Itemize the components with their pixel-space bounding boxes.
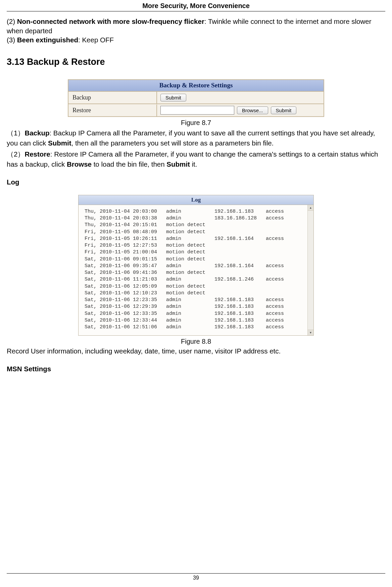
restore-row-label: Restore — [68, 104, 157, 116]
restore-browse-button[interactable]: Browse... — [237, 107, 268, 114]
item3-bold: Been extinguished — [17, 36, 78, 44]
p2-pre: （2） — [7, 150, 24, 158]
p1-pre: （1） — [7, 129, 24, 137]
log-scrollbar[interactable]: ▴ ▾ — [307, 205, 313, 336]
p1-bold-backup: Backup — [24, 129, 49, 137]
item2-bold: Non-connected network with more slow-fre… — [17, 17, 204, 25]
backup-submit-button[interactable]: Submit — [160, 94, 186, 101]
scroll-up-icon[interactable]: ▴ — [308, 205, 313, 211]
log-figure: Log Thu, 2010-11-04 20:03:00 admin 192.1… — [78, 195, 314, 336]
scroll-down-icon[interactable]: ▾ — [308, 330, 313, 335]
log-heading: Log — [7, 178, 385, 186]
figure-8-8-caption: Figure 8.8 — [7, 338, 385, 345]
log-figure-title: Log — [79, 195, 313, 205]
backup-restore-figure: Backup & Restore Settings Backup Submit … — [68, 79, 324, 117]
page-number: 39 — [0, 575, 392, 581]
restore-submit-button[interactable]: Submit — [271, 107, 297, 114]
page-footer: 39 — [0, 573, 392, 581]
log-description: Record User information, including weekd… — [7, 346, 385, 356]
p2-mid3: it. — [190, 160, 197, 168]
backup-row-label: Backup — [68, 92, 157, 103]
item3-rest: : Keep OFF — [78, 36, 114, 44]
section-heading: 3.13 Backup & Restore — [7, 57, 385, 67]
p1-mid2: , then all the parameters you set will s… — [71, 139, 274, 147]
figure-8-7-caption: Figure 8.7 — [7, 119, 385, 127]
p2-bold-restore: Restore — [24, 150, 50, 158]
p2-mid2: to load the bin file, then — [92, 160, 166, 168]
item2-prefix: (2) — [7, 17, 17, 25]
restore-paragraph: （2）Restore: Restore IP Camera all the Pa… — [7, 149, 385, 169]
item3-prefix: (3) — [7, 36, 17, 44]
p1-bold-submit: Submit — [48, 139, 71, 147]
page-header: More Security, More Convenience — [7, 0, 385, 11]
msn-heading: MSN Settings — [7, 365, 385, 373]
intro-block: (2) Non-connected network with more slow… — [7, 17, 385, 45]
backup-figure-title: Backup & Restore Settings — [68, 80, 324, 92]
backup-paragraph: （1）Backup: Backup IP Camera all the Para… — [7, 128, 385, 148]
p2-bold-browse: Browse — [67, 160, 92, 168]
p2-bold-submit: Submit — [166, 160, 190, 168]
restore-file-input[interactable] — [160, 106, 234, 115]
log-body: Thu, 2010-11-04 20:03:00 admin 192.168.1… — [79, 205, 307, 336]
